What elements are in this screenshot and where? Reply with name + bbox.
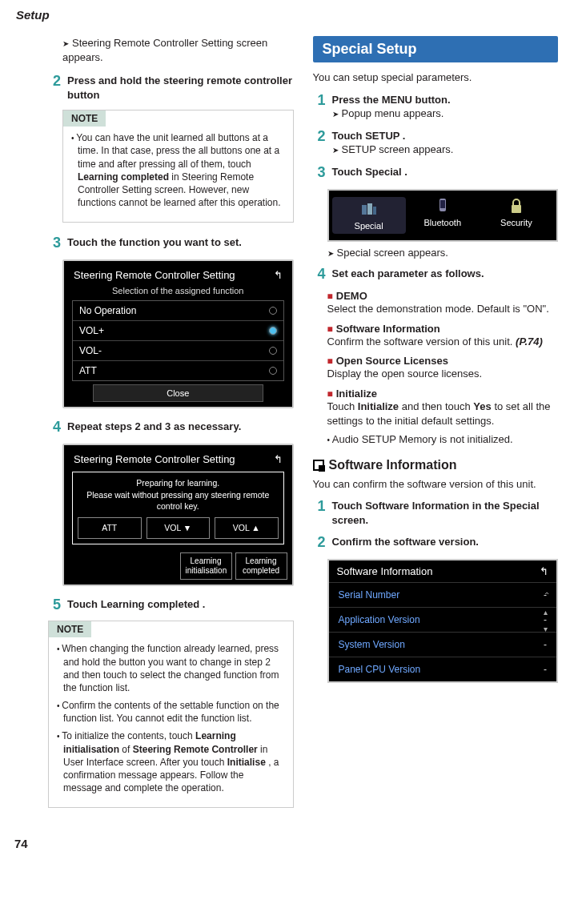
left-column: Steering Remote Controller Setting scree… [48, 36, 294, 821]
t: . [402, 166, 407, 178]
sw-row: Panel CPU Version- [329, 657, 557, 681]
note-text: You can have the unit learned all button… [76, 132, 279, 169]
sw-step-2: 2 Confirm the software version. [313, 535, 559, 551]
step-5: 5 Touch Learning completed . [48, 597, 294, 613]
step-bold: Repeat steps 2 and 3 as necessary. [67, 420, 241, 432]
page-ref: (P.74) [516, 335, 543, 348]
row-val: - [544, 664, 547, 675]
popup-text: Preparing for learning. Please wait with… [78, 477, 279, 512]
step-bold: Touch the function you want to set. [67, 236, 242, 248]
square-icon: ■ [327, 388, 333, 400]
step-number: 2 [313, 129, 326, 157]
step-pre: Touch [67, 598, 101, 610]
b: Initialise [227, 757, 266, 768]
param-body: Select the demonstration mode. Default i… [327, 302, 559, 316]
screenshot-subtitle: Selection of the assigned function [69, 284, 287, 299]
radio-icon [269, 347, 277, 355]
screenshot-function-select: Steering Remote Controller Setting ↰ Sel… [62, 259, 294, 408]
square-icon: ■ [327, 323, 333, 335]
b: Steering Remote Controller [133, 744, 258, 755]
bullet-note: Audio SETUP Memory is not initialized. [327, 432, 559, 447]
note-label: NOTE [63, 110, 106, 127]
row-label: Serial Number [339, 589, 400, 601]
step-number: 1 [313, 499, 326, 527]
param-title-text: Initialize [336, 388, 377, 400]
t: Touch [332, 166, 366, 178]
svg-rect-5 [512, 205, 521, 213]
section-intro: You can setup special parameters. [313, 70, 559, 85]
row-label: ATT [79, 365, 97, 376]
row-label: No Operation [79, 305, 136, 316]
page-number: 74 [0, 837, 582, 850]
row-label: Application Version [339, 614, 420, 625]
result-text: SETUP screen appears. [332, 143, 559, 157]
step-number: 4 [48, 420, 61, 436]
step-bold: Learning completed [101, 598, 200, 610]
step-bold: Confirm the software version. [332, 536, 479, 548]
content-columns: Steering Remote Controller Setting scree… [0, 36, 582, 821]
small-button-row: Learning initialisation Learning complet… [69, 552, 287, 580]
screenshot-title: Steering Remote Controller Setting ↰ [69, 266, 287, 284]
row-label: Panel CPU Version [339, 664, 421, 675]
back-icon: ↰ [540, 565, 548, 577]
svg-rect-2 [373, 207, 376, 215]
sub-section-intro: You can confirm the software version of … [313, 477, 559, 492]
step-text: Touch the function you want to set. [67, 235, 294, 251]
note-para: To initialize the contents, touch Learni… [57, 729, 285, 794]
b: Initialize [358, 400, 399, 412]
result-text: Special screen appears. [327, 247, 559, 259]
r-step-2: 2 Touch SETUP . SETUP screen appears. [313, 129, 559, 157]
t: button. [412, 94, 451, 106]
r-step-1: 1 Press the MENU button. Popup menu appe… [313, 93, 559, 121]
list-item: VOL+ [73, 321, 283, 341]
note-body: You can have the unit learned all button… [63, 127, 293, 222]
list-item: No Operation [73, 301, 283, 321]
step-text: Repeat steps 2 and 3 as necessary. [67, 420, 294, 436]
step-post: . [199, 598, 205, 610]
tab-label: Special [355, 221, 383, 231]
list-item: VOL- [73, 341, 283, 361]
close-button: Close [93, 384, 263, 402]
radio-icon [269, 307, 277, 315]
screenshot-preparing: Steering Remote Controller Setting ↰ Pre… [62, 444, 294, 586]
special-icon [359, 200, 379, 219]
step-number: 3 [313, 165, 326, 181]
note-bold: Learning completed [78, 171, 169, 183]
scroll-up-icon: ▴ [544, 608, 550, 617]
step-number: 3 [48, 235, 61, 251]
step-bold: Press and hold the steering remote contr… [67, 74, 292, 101]
note-box-2: NOTE When changing the function already … [48, 621, 294, 808]
tab-label: Bluetooth [424, 218, 461, 227]
step-number: 2 [48, 74, 61, 102]
button-row: ATT VOL ▼ VOL ▲ [78, 517, 279, 539]
step-text: Touch Software Information in the Specia… [332, 499, 559, 527]
t: Touch [332, 500, 366, 512]
section-heading: Special Setup [313, 36, 559, 62]
b: MENU [382, 94, 412, 106]
note-body: When changing the function already learn… [49, 637, 293, 807]
note-label: NOTE [49, 621, 91, 637]
step-2: 2 Press and hold the steering remote con… [48, 74, 294, 102]
b: Yes [473, 400, 491, 412]
tab-label: Security [500, 218, 532, 227]
vol-up-button: VOL ▲ [215, 517, 279, 539]
software-screenshot-wrap: Software Information ↰ Serial Number- Ap… [327, 559, 559, 683]
params-block: ■DEMO Select the demonstration mode. Def… [327, 290, 559, 446]
row-label: VOL+ [79, 325, 104, 336]
step-text: Touch SETUP . SETUP screen appears. [332, 129, 559, 157]
step-text: Touch Learning completed . [67, 597, 294, 613]
back-icon: ↰ [274, 453, 283, 465]
sw-step-1: 1 Touch Software Information in the Spec… [313, 499, 559, 527]
step-text: Press and hold the steering remote contr… [67, 74, 294, 102]
radio-icon-selected [269, 327, 277, 335]
t: To initialize the contents, touch [62, 730, 195, 741]
vol-down-button: VOL ▼ [147, 517, 211, 539]
note-para: You can have the unit learned all button… [71, 131, 285, 209]
step-3: 3 Touch the function you want to set. [48, 235, 294, 251]
param-demo: ■DEMO [327, 290, 559, 302]
security-icon [507, 197, 526, 216]
step-text: Confirm the software version. [332, 535, 559, 551]
param-body: Touch Initialize and then touch Yes to s… [327, 400, 559, 428]
param-oss: ■Open Source Licenses [327, 355, 559, 367]
svg-rect-4 [440, 200, 445, 208]
